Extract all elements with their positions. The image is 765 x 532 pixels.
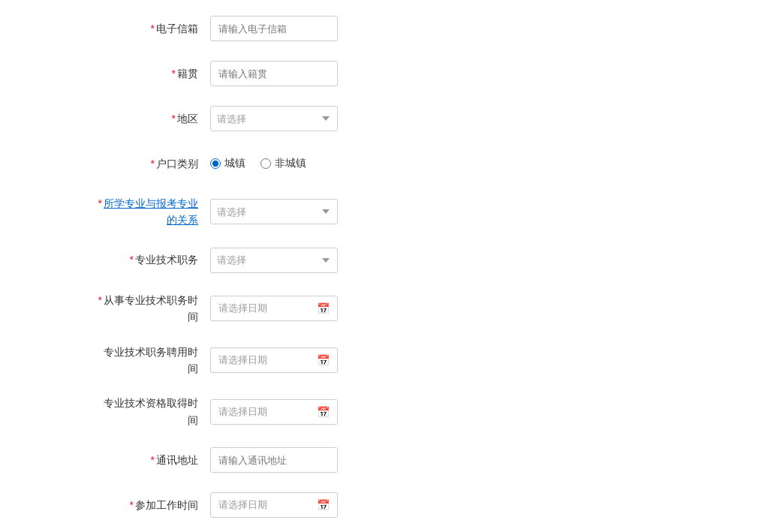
radio-feichengzhen[interactable]: 非城镇: [261, 157, 306, 170]
date-work[interactable]: 请选择日期 📅: [210, 492, 338, 518]
date-tech-hire[interactable]: 请选择日期 📅: [210, 347, 338, 373]
label-email: *电子信箱: [30, 21, 210, 37]
label-tech-cert-date: 专业技术资格取得时间: [30, 395, 210, 428]
radio-group-hukou: 城镇 非城镇: [210, 157, 306, 170]
label-major-relation: *所学专业与报考专业的关系: [30, 195, 210, 229]
radio-input-chengzhen[interactable]: [210, 158, 221, 169]
radio-chengzhen[interactable]: 城镇: [210, 157, 245, 170]
row-address: *通讯地址: [30, 446, 735, 473]
link-major-relation[interactable]: 所学专业与报考专业的关系: [104, 197, 198, 226]
row-email: *电子信箱: [30, 15, 735, 42]
row-tech-hire-date: 专业技术职务聘用时间 请选择日期 📅: [30, 344, 735, 377]
date-tech-cert[interactable]: 请选择日期 📅: [210, 399, 338, 425]
label-region: *地区: [30, 111, 210, 127]
calendar-icon-work: 📅: [317, 499, 330, 511]
select-tech-position[interactable]: 请选择: [210, 248, 338, 273]
form-container: *电子信箱 *籍贯 *地区 请选择 *户口类别 城镇 非城镇: [0, 0, 765, 532]
label-tech-hire-date: 专业技术职务聘用时间: [30, 344, 210, 377]
row-major-relation: *所学专业与报考专业的关系 请选择: [30, 195, 735, 229]
input-address[interactable]: [210, 447, 338, 473]
label-address: *通讯地址: [30, 452, 210, 468]
radio-input-feichengzhen[interactable]: [261, 158, 271, 169]
label-tech-position: *专业技术职务: [30, 252, 210, 268]
calendar-icon-tech-start: 📅: [317, 302, 330, 314]
row-work-date: *参加工作时间 请选择日期 📅: [30, 491, 735, 518]
radio-label-chengzhen: 城镇: [224, 157, 245, 170]
radio-label-feichengzhen: 非城镇: [275, 157, 306, 170]
label-jiguan: *籍贯: [30, 66, 210, 82]
row-region: *地区 请选择: [30, 105, 735, 132]
row-hukou: *户口类别 城镇 非城镇: [30, 150, 735, 177]
row-jiguan: *籍贯: [30, 60, 735, 87]
row-tech-cert-date: 专业技术资格取得时间 请选择日期 📅: [30, 395, 735, 428]
calendar-icon-tech-cert: 📅: [317, 406, 330, 418]
date-placeholder-tech-hire: 请选择日期: [218, 353, 267, 367]
calendar-icon-tech-hire: 📅: [317, 354, 330, 366]
date-placeholder-tech-start: 请选择日期: [218, 302, 267, 315]
input-email[interactable]: [210, 16, 338, 41]
date-tech-start[interactable]: 请选择日期 📅: [210, 296, 338, 321]
row-tech-position: *专业技术职务 请选择: [30, 247, 735, 274]
date-placeholder-work: 请选择日期: [218, 498, 267, 512]
date-placeholder-tech-cert: 请选择日期: [218, 405, 267, 419]
label-tech-start-date: *从事专业技术职务时间: [30, 292, 210, 326]
input-jiguan[interactable]: [210, 61, 338, 86]
row-tech-start-date: *从事专业技术职务时间 请选择日期 📅: [30, 292, 735, 326]
label-hukou: *户口类别: [30, 156, 210, 172]
label-work-date: *参加工作时间: [30, 497, 210, 513]
select-region[interactable]: 请选择: [210, 106, 338, 131]
select-major-relation[interactable]: 请选择: [210, 199, 338, 224]
